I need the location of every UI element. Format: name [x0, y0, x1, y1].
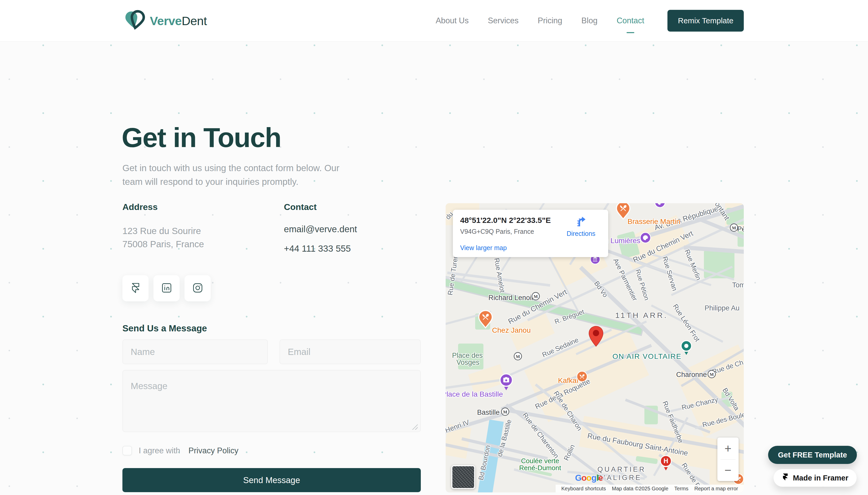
pin-attraction-top[interactable]: [654, 203, 666, 212]
brand-logo[interactable]: VerveDent: [122, 8, 207, 33]
pin-hospital[interactable]: H: [659, 455, 672, 473]
social-row: [122, 275, 211, 301]
svg-text:M: M: [710, 372, 714, 377]
view-larger-map-link[interactable]: View larger map: [460, 244, 507, 252]
satellite-toggle[interactable]: [451, 465, 475, 489]
destination-marker[interactable]: [589, 325, 604, 348]
instagram-social-button[interactable]: [185, 275, 211, 301]
name-input[interactable]: [122, 339, 268, 364]
nav-blog[interactable]: Blog: [581, 16, 597, 25]
google-logo-letter: G: [575, 473, 581, 482]
email-input[interactable]: [279, 339, 421, 364]
contact-email[interactable]: email@verve.dent: [284, 224, 357, 234]
pin-bastille-photo[interactable]: [499, 373, 513, 392]
metro-richard-lenoir: M: [532, 292, 540, 302]
google-logo-letter: o: [587, 473, 591, 482]
contact-phone[interactable]: +44 111 333 555: [284, 244, 357, 253]
map-attribution-bar: Keyboard shortcuts Map data ©2025 Google…: [556, 485, 744, 492]
svg-text:M: M: [534, 294, 538, 299]
linkedin-social-button[interactable]: [154, 275, 179, 301]
contact-section: Contact email@verve.dent +44 111 333 555: [284, 202, 357, 263]
station-charonne: Charonne: [676, 371, 707, 379]
agree-label: I agree with: [139, 446, 180, 455]
terms-link[interactable]: Terms: [674, 486, 689, 492]
map-embed: Av. de la RépubliqueontantRue du Chemin …: [446, 203, 744, 492]
nav-contact[interactable]: Contact: [617, 16, 644, 25]
report-map-error-link[interactable]: Report a map error: [694, 486, 738, 492]
poi-on-air-voltaire: ON AIR VOLTAIRE: [612, 352, 681, 361]
google-logo-letter: e: [598, 473, 603, 482]
street-rollin: Rollin: [562, 443, 577, 462]
pin-palette[interactable]: [640, 232, 652, 248]
directions-label: Directions: [561, 230, 601, 237]
district-daligre: D'ALIGRE: [597, 474, 642, 482]
keyboard-shortcuts-link[interactable]: Keyboard shortcuts: [561, 486, 606, 492]
header: VerveDent About UsServicesPricingBlogCon…: [0, 0, 868, 42]
instagram-icon: [192, 282, 204, 295]
main-nav: About UsServicesPricingBlogContact: [436, 16, 644, 25]
privacy-checkbox[interactable]: [122, 446, 132, 455]
map-zoom-control: + −: [717, 438, 739, 481]
address-section: Address 123 Rue du Sourire 75008 Paris, …: [122, 202, 204, 251]
pin-chez-janou[interactable]: [478, 310, 493, 330]
map-coordinates: 48°51'22.0"N 2°22'33.5"E: [460, 216, 551, 225]
directions-icon: [575, 224, 587, 228]
made-in-framer-label: Made in Framer: [793, 474, 848, 482]
framer-social-button[interactable]: [122, 275, 149, 301]
nav-about-us[interactable]: About Us: [436, 16, 469, 25]
map-info-card: 48°51'22.0"N 2°22'33.5"E V94G+C9Q Paris,…: [453, 210, 608, 257]
poi-kafkaf: Kafkaf: [558, 376, 578, 385]
street-philippe-au: Philippe Au: [705, 304, 740, 312]
park-rene-dumont: René-Dumont: [519, 464, 561, 472]
message-textarea[interactable]: [122, 370, 421, 432]
nav-pricing[interactable]: Pricing: [538, 16, 562, 25]
district-11th-arr: 11TH ARR.: [615, 311, 668, 320]
address-line-2: 75008 Paris, France: [122, 238, 204, 251]
poi-chez-janou: Chez Janou: [492, 326, 531, 335]
metro-bastille: M: [501, 408, 509, 417]
svg-text:M: M: [503, 410, 507, 414]
poi-place-de-la-bastille: Place de la Bastille: [446, 390, 503, 398]
street-tomb: Tomb: [732, 281, 744, 289]
pin-brasserie-martin[interactable]: [615, 203, 631, 221]
station-bastille: Bastille: [477, 409, 500, 416]
pin-kafkaf[interactable]: [576, 371, 588, 386]
made-in-framer-badge[interactable]: Made in Framer: [774, 469, 856, 487]
district-quartier: QUARTIER: [597, 465, 646, 474]
page-subtitle: Get in touch with us using the contact f…: [122, 161, 350, 188]
page-title: Get in Touch: [122, 122, 281, 153]
directions-button[interactable]: Directions: [561, 216, 601, 237]
google-logo: Google: [575, 473, 603, 483]
metro-pere-lachaise: M: [730, 223, 738, 233]
brand-name: VerveDent: [150, 14, 207, 28]
page: VerveDent About UsServicesPricingBlogCon…: [0, 0, 868, 495]
metro-charonne: M: [708, 370, 716, 379]
poi-brasserie-martin: Brasserie Martin: [628, 218, 680, 226]
agree-row: I agree with Privacy Policy: [122, 446, 238, 455]
zoom-out-button[interactable]: −: [717, 460, 739, 481]
park-place-des-vosges-2: Vosges: [456, 359, 480, 366]
metro-breguet-sabin: M: [514, 352, 522, 362]
map-data-label: Map data ©2025 Google: [612, 486, 668, 492]
privacy-policy-link[interactable]: Privacy Policy: [188, 446, 238, 455]
nav-services[interactable]: Services: [488, 16, 519, 25]
svg-text:H: H: [663, 457, 668, 464]
google-logo-letter: g: [591, 473, 596, 482]
station-richard-lenoir: Richard Lenoir: [488, 294, 534, 302]
framer-icon: [130, 282, 142, 295]
get-free-template-button[interactable]: Get FREE Template: [768, 446, 857, 464]
street-rue-leon-frot: Rue Léon Frot: [671, 303, 701, 343]
pin-on-air-voltaire[interactable]: [680, 340, 693, 357]
street-rue-amelot: Rue Amelot: [492, 257, 506, 293]
linkedin-icon: [161, 282, 173, 295]
zoom-in-button[interactable]: +: [717, 438, 739, 459]
remix-template-button[interactable]: Remix Template: [667, 10, 744, 32]
map-plus-code: V94G+C9Q Paris, France: [460, 228, 534, 235]
google-logo-letter: o: [581, 473, 587, 482]
send-message-button[interactable]: Send Message: [122, 468, 421, 492]
form-heading: Send Us a Message: [122, 323, 207, 334]
address-heading: Address: [122, 202, 204, 212]
svg-text:M: M: [516, 354, 520, 359]
logo-mark-icon: [122, 8, 146, 33]
framer-logo-icon: [782, 474, 789, 482]
